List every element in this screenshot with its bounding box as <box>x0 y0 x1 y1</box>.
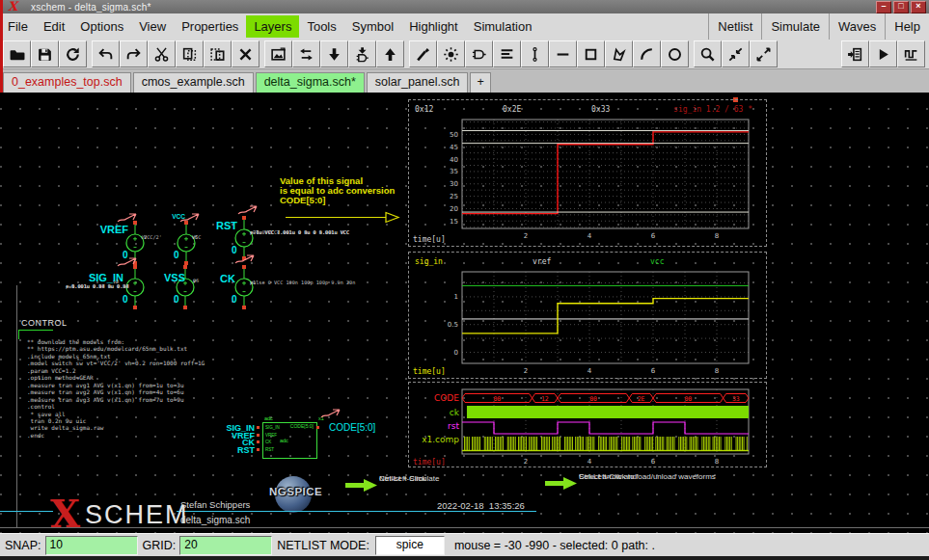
minimize-button[interactable]: – <box>876 1 891 13</box>
menu-button-netlist[interactable]: Netlist <box>708 13 761 40</box>
sun-icon[interactable] <box>437 40 465 67</box>
menu-item-symbol[interactable]: Symbol <box>344 15 401 38</box>
waveform-graph-analog[interactable]: 246800.51sig_invrefvcctime[u] <box>408 252 767 379</box>
maximize-button[interactable]: □ <box>893 1 909 13</box>
descend-schematic-icon[interactable] <box>320 40 348 67</box>
copy-icon[interactable] <box>176 40 204 67</box>
menu-item-highlight[interactable]: Highlight <box>401 15 466 38</box>
descend-symbol-icon <box>354 46 370 63</box>
svg-text:vref: vref <box>533 257 551 266</box>
waveform-graph-code[interactable]: 246815202530354045500x120x2E0x33sig_in 1… <box>408 99 767 247</box>
svg-text:x1.comp: x1.comp <box>422 435 459 444</box>
menu-button-simulate[interactable]: Simulate <box>761 13 829 40</box>
tab-0-examples-top-sch[interactable]: 0_examples_top.sch <box>3 72 131 93</box>
delete-icon[interactable] <box>232 40 260 67</box>
adc-net-rst: RST <box>206 445 255 455</box>
simulate-icon[interactable] <box>869 40 897 67</box>
gate-icon <box>471 46 487 63</box>
ascend-icon[interactable] <box>376 40 404 67</box>
menu-right-buttons: NetlistSimulateWavesHelp <box>708 13 929 40</box>
adc-center-label: adc <box>280 438 288 443</box>
menu-item-edit[interactable]: Edit <box>36 15 72 38</box>
toolbar <box>0 40 929 69</box>
line-icon[interactable] <box>549 40 577 67</box>
titlebar[interactable]: X xschem - delta_sigma.sch* – □ × <box>0 0 929 13</box>
brush-icon[interactable] <box>409 40 437 67</box>
svg-text:00: 00 <box>493 395 501 403</box>
schematic-canvas[interactable]: Value of this signal is equal to adc con… <box>0 93 929 533</box>
netlist-mode-selector[interactable]: spice <box>375 536 445 555</box>
close-button[interactable]: × <box>911 1 926 13</box>
tab-delta-sigma-sch-[interactable]: delta_sigma.sch* <box>256 72 365 93</box>
menu-items: FileEditOptionsViewPropertiesLayersTools… <box>0 15 539 38</box>
grid-input[interactable]: 20 <box>179 536 272 555</box>
menu-item-view[interactable]: View <box>131 15 174 38</box>
menu-item-tools[interactable]: Tools <box>299 15 343 38</box>
reload-icon[interactable] <box>59 40 87 67</box>
svg-text:4: 4 <box>587 367 592 375</box>
adc-pin-ck: CK <box>265 440 271 444</box>
titleblock-line <box>0 511 53 512</box>
text-icon[interactable] <box>493 40 521 67</box>
toolbar-groups <box>3 40 782 67</box>
place-symbol-icon[interactable] <box>264 40 292 67</box>
swap-icon <box>298 46 314 63</box>
ground-net-label: 0 <box>174 294 179 305</box>
menubar: FileEditOptionsViewPropertiesLayersTools… <box>0 13 929 40</box>
paste-icon[interactable] <box>204 40 232 67</box>
undo-icon[interactable] <box>92 40 120 67</box>
adc-out-pin-label: CODE[5:0] <box>277 423 314 429</box>
save-icon[interactable] <box>31 40 59 67</box>
menu-item-options[interactable]: Options <box>72 15 131 38</box>
netlist-icon[interactable] <box>841 40 869 67</box>
rect-icon[interactable] <box>577 40 605 67</box>
annotation-note: Value of this signal is equal to adc con… <box>280 176 395 205</box>
new-tab-button[interactable]: + <box>470 72 490 93</box>
svg-text:time[u]: time[u] <box>413 235 446 244</box>
redo-icon[interactable] <box>120 40 148 67</box>
wire-icon[interactable] <box>521 40 549 67</box>
menu-item-properties[interactable]: Properties <box>174 15 246 38</box>
current-probe-icon <box>179 211 205 225</box>
circle-icon[interactable] <box>661 40 689 67</box>
svg-text:45: 45 <box>450 144 458 151</box>
pin-terminal <box>257 426 260 429</box>
descend-symbol-icon[interactable] <box>348 40 376 67</box>
svg-text:2: 2 <box>524 367 528 375</box>
polygon-icon[interactable] <box>605 40 633 67</box>
source-rst-label: RST <box>203 220 237 231</box>
tab-solar-panel-sch[interactable]: solar_panel.sch <box>367 72 469 93</box>
adc-output-net: CODE[5:0] <box>329 422 375 433</box>
delete-icon <box>237 46 254 63</box>
cut-icon[interactable] <box>148 40 176 67</box>
xschem-logo-icon: X <box>8 1 17 13</box>
menu-button-waves[interactable]: Waves <box>829 13 885 40</box>
menu-item-simulation[interactable]: Simulation <box>466 15 540 38</box>
zoom-out-icon[interactable] <box>750 40 778 67</box>
adc-type-label: adc <box>264 415 273 421</box>
zoom-icon[interactable] <box>694 40 722 67</box>
svg-text:time[u]: time[u] <box>413 367 446 376</box>
ascend-icon <box>382 46 398 63</box>
zoom-in-icon[interactable] <box>722 40 750 67</box>
svg-text:CODE: CODE <box>434 393 459 403</box>
gate-icon[interactable] <box>465 40 493 67</box>
snap-input[interactable]: 10 <box>45 536 138 555</box>
simulate-icon <box>875 46 891 63</box>
annotation-arrow <box>286 211 401 224</box>
menu-item-file[interactable]: File <box>0 15 36 38</box>
svg-text:sig_in: sig_in <box>415 257 443 266</box>
open-file-icon[interactable] <box>3 40 31 67</box>
control-section-label: CONTROL <box>21 318 68 328</box>
menu-button-help[interactable]: Help <box>885 13 929 40</box>
svg-text:sig_in 1.2 / 63 *: sig_in 1.2 / 63 * <box>673 105 752 114</box>
toolbar-group <box>409 40 689 67</box>
source-vss-label: VSS <box>150 272 185 283</box>
brush-icon <box>415 46 431 63</box>
arc-icon[interactable] <box>633 40 661 67</box>
tab-cmos-example-sch[interactable]: cmos_example.sch <box>133 72 254 93</box>
waveform-graph-digital[interactable]: 2468CODE0012002E0033ckrstx1.comptime[u] <box>408 382 767 467</box>
waves-icon[interactable] <box>897 40 925 67</box>
menu-item-layers[interactable]: Layers <box>246 15 299 38</box>
swap-icon[interactable] <box>292 40 320 67</box>
